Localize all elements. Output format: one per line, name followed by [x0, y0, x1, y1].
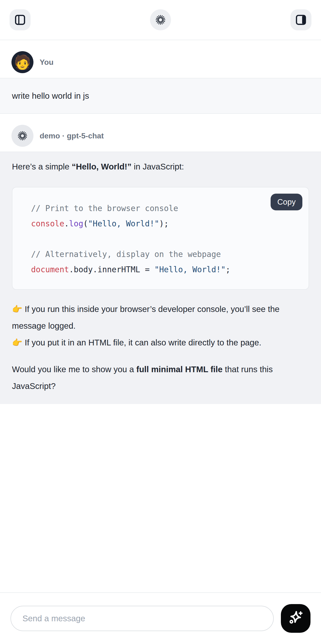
content-spacer — [0, 404, 321, 592]
code-line: // Alternatively, display on the webpage — [31, 247, 299, 262]
code-line — [31, 232, 299, 247]
sparkle-icon — [287, 610, 305, 627]
code-line: console.log("Hello, World!"); — [31, 216, 299, 232]
assistant-paragraph: 👉 If you run this inside your browser’s … — [12, 301, 309, 334]
user-message: write hello world in js — [0, 78, 321, 114]
code-block: Copy // Print to the browser consolecons… — [12, 187, 309, 290]
copy-code-button[interactable]: Copy — [271, 194, 302, 210]
right-panel-toggle-button[interactable] — [291, 9, 312, 30]
composer-bar — [0, 592, 321, 644]
send-message-input[interactable] — [10, 606, 274, 631]
user-name: You — [40, 58, 53, 67]
send-button[interactable] — [281, 604, 311, 633]
assistant-avatar — [11, 125, 33, 147]
sidebar-toggle-button[interactable] — [9, 9, 30, 30]
code-line: // Print to the browser console — [31, 201, 299, 216]
top-bar — [0, 0, 321, 40]
code-lines: // Print to the browser consoleconsole.l… — [31, 201, 299, 277]
user-turn-header: 🧑 You — [0, 51, 321, 73]
assistant-turn-header: demo · gpt-5-chat — [0, 125, 321, 147]
starburst-icon — [155, 14, 166, 25]
assistant-intro: Here’s a simple “Hello, World!” in JavaS… — [12, 158, 309, 175]
assistant-paragraphs: 👉 If you run this inside your browser’s … — [12, 301, 309, 394]
assistant-paragraph: 👉 If you put it in an HTML file, it can … — [12, 334, 309, 351]
assistant-model-name: demo · gpt-5-chat — [40, 132, 104, 140]
user-avatar-emoji: 🧑 — [14, 55, 31, 69]
app-logo-button[interactable] — [150, 9, 171, 30]
panel-right-icon — [295, 14, 307, 26]
panel-left-icon — [14, 14, 26, 26]
user-message-text: write hello world in js — [12, 88, 309, 104]
assistant-paragraph: Would you like me to show you a full min… — [12, 361, 309, 394]
starburst-icon — [17, 130, 28, 141]
user-avatar: 🧑 — [11, 51, 33, 73]
chat-app: 🧑 You write hello world in js — [0, 0, 321, 644]
code-line: document.body.innerHTML = "Hello, World!… — [31, 262, 299, 277]
assistant-message: Here’s a simple “Hello, World!” in JavaS… — [0, 152, 321, 404]
